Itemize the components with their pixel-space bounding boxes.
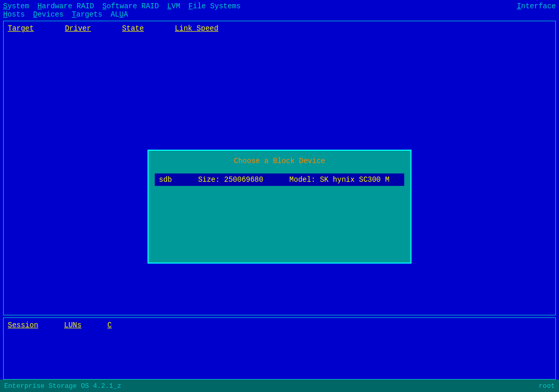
target-col-header[interactable]: Target bbox=[8, 24, 34, 33]
menu-bottom-row: Hosts Devices Targets ALUA bbox=[3, 10, 241, 19]
lower-panel: Session LUNs C bbox=[3, 317, 556, 380]
modal-title: Choose a Block Device bbox=[155, 157, 404, 165]
device-size: Size: 250069680 bbox=[198, 176, 263, 184]
menu-interface[interactable]: Interface bbox=[517, 2, 556, 10]
menu-software-raid[interactable]: Software RAID bbox=[102, 2, 159, 10]
menu-devices[interactable]: Devices bbox=[33, 10, 64, 19]
state-col-header[interactable]: State bbox=[122, 24, 144, 33]
menu-top-row: System Hardware RAID Software RAID LVM F… bbox=[3, 2, 241, 10]
link-speed-col-header[interactable]: Link Speed bbox=[175, 24, 218, 33]
session-col-header[interactable]: Session bbox=[8, 321, 38, 329]
menu-bar: System Hardware RAID Software RAID LVM F… bbox=[0, 0, 559, 19]
menu-alua[interactable]: ALUA bbox=[111, 10, 128, 19]
status-bar: Enterprise Storage OS 4.2.1_z root bbox=[0, 380, 559, 392]
menu-group-main: System Hardware RAID Software RAID LVM F… bbox=[3, 2, 241, 19]
status-left: Enterprise Storage OS 4.2.1_z bbox=[4, 382, 121, 390]
luns-col-header[interactable]: LUNs bbox=[64, 321, 82, 329]
modal-device-item[interactable]: sdb Size: 250069680 Model: SK hynix SC30… bbox=[155, 173, 404, 186]
upper-panel-header: Target Driver State Link Speed bbox=[6, 23, 553, 34]
status-right: root bbox=[539, 382, 555, 390]
device-name: sdb bbox=[159, 176, 172, 184]
menu-hosts[interactable]: Hosts bbox=[3, 10, 25, 19]
menu-system[interactable]: System bbox=[3, 2, 29, 10]
menu-lvm[interactable]: LVM bbox=[167, 2, 180, 10]
menu-targets[interactable]: Targets bbox=[72, 10, 102, 19]
lower-panel-header: Session LUNs C bbox=[6, 320, 553, 330]
modal-dialog: Choose a Block Device sdb Size: 25006968… bbox=[148, 150, 411, 264]
menu-hardware-raid[interactable]: Hardware RAID bbox=[37, 2, 94, 10]
device-model: Model: SK hynix SC300 M bbox=[289, 176, 389, 184]
driver-col-header[interactable]: Driver bbox=[65, 24, 91, 33]
c-col-header[interactable]: C bbox=[107, 321, 111, 329]
menu-file-systems[interactable]: File Systems bbox=[188, 2, 241, 10]
